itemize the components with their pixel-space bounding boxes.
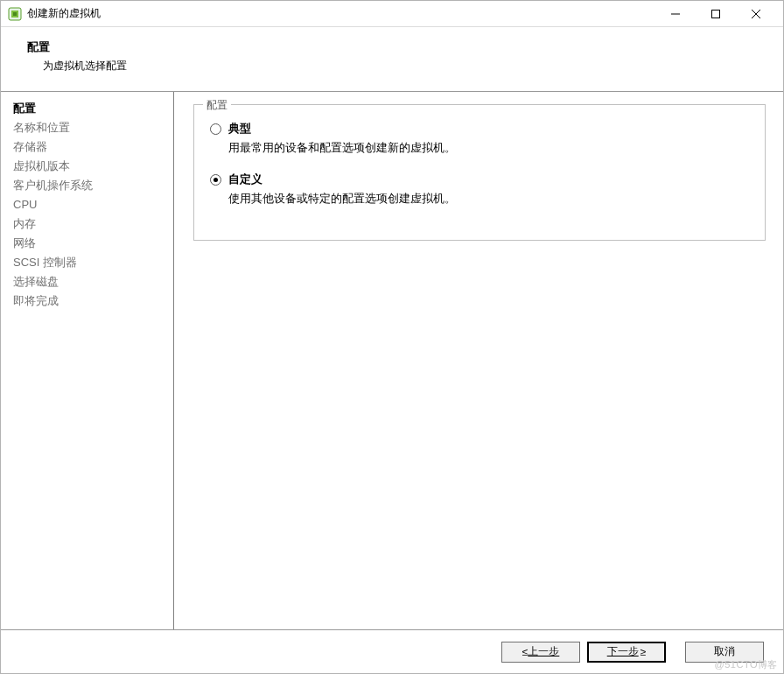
option-typical: 典型 用最常用的设备和配置选项创建新的虚拟机。 [210,121,749,156]
step-configuration[interactable]: 配置 [13,99,168,118]
titlebar: 创建新的虚拟机 [1,1,783,27]
step-storage[interactable]: 存储器 [13,137,168,157]
step-guest-os[interactable]: 客户机操作系统 [13,176,168,195]
back-label: 上一步 [528,644,559,659]
window-controls [655,2,776,26]
configuration-group: 配置 典型 用最常用的设备和配置选项创建新的虚拟机。 自定义 使用其他设备或特定… [193,104,766,241]
option-typical-label: 典型 [228,121,251,137]
wizard-header: 配置 为虚拟机选择配置 [1,27,783,92]
step-select-disk[interactable]: 选择磁盘 [13,272,168,291]
titlebar-left: 创建新的虚拟机 [8,6,101,21]
back-prefix: ≤ [522,646,528,658]
option-custom-description: 使用其他设备或特定的配置选项创建虚拟机。 [228,191,749,207]
step-vm-version[interactable]: 虚拟机版本 [13,157,168,176]
step-cpu[interactable]: CPU [13,195,168,214]
wizard-steps: 配置 名称和位置 存储器 虚拟机版本 客户机操作系统 CPU 内存 网络 SCS… [1,92,174,629]
radio-custom[interactable] [210,174,221,186]
button-bar: ≤上一步 下一步≥ 取消 [1,629,783,673]
option-custom: 自定义 使用其他设备或特定的配置选项创建虚拟机。 [210,172,749,207]
svg-rect-4 [712,10,720,18]
next-button[interactable]: 下一步≥ [587,642,666,663]
watermark-text: @51CTO博客 [715,658,778,671]
wizard-window: 创建新的虚拟机 配置 为虚拟机选择配置 配置 名称和位置 存储器 虚拟机版本 客… [0,0,784,674]
step-memory[interactable]: 内存 [13,214,168,234]
step-name-location[interactable]: 名称和位置 [13,118,168,137]
step-network[interactable]: 网络 [13,234,168,253]
back-button[interactable]: ≤上一步 [501,642,580,663]
next-label: 下一步 [607,644,639,659]
radio-typical[interactable] [210,123,221,135]
option-typical-description: 用最常用的设备和配置选项创建新的虚拟机。 [228,140,749,156]
minimize-button[interactable] [655,2,696,26]
option-custom-label: 自定义 [228,172,262,187]
step-scsi-controller[interactable]: SCSI 控制器 [13,253,168,272]
step-ready-complete[interactable]: 即将完成 [13,291,168,311]
svg-rect-2 [13,12,17,16]
page-subtitle: 为虚拟机选择配置 [27,59,767,74]
close-button[interactable] [736,2,776,26]
page-title: 配置 [27,39,767,55]
cancel-label: 取消 [714,644,735,659]
vsphere-icon [8,7,22,21]
group-legend: 配置 [203,98,231,113]
next-suffix: ≥ [640,646,647,658]
maximize-button[interactable] [696,2,736,26]
wizard-content: 配置 典型 用最常用的设备和配置选项创建新的虚拟机。 自定义 使用其他设备或特定… [174,92,783,629]
window-title: 创建新的虚拟机 [27,6,101,21]
